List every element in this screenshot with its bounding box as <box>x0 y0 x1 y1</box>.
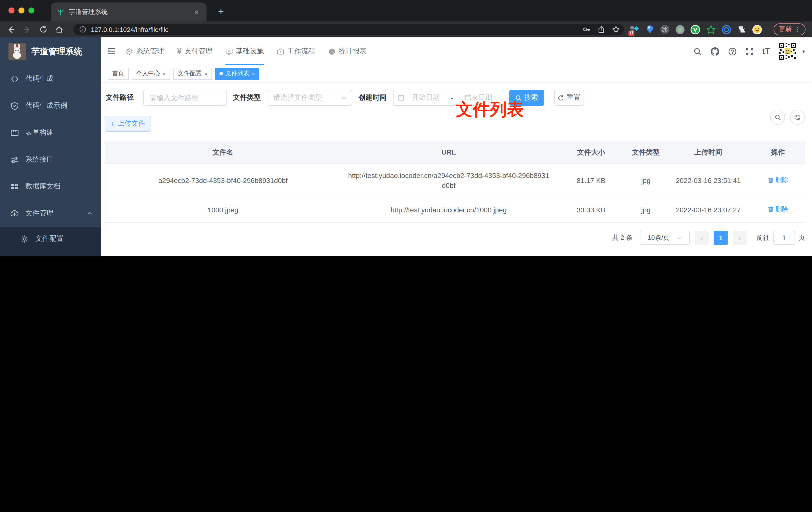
fullscreen-icon[interactable] <box>746 47 754 56</box>
yen-icon: ¥ <box>177 47 181 56</box>
plus-icon: + <box>111 119 115 128</box>
browser-update-button[interactable]: 更新 ⋮ <box>774 24 806 35</box>
screen: 芋道管理系统 × + 127.0.0.1:1024/infra/file/fil… <box>0 0 812 256</box>
page-unit-label: 页 <box>799 233 805 242</box>
next-page-button[interactable]: › <box>733 231 747 245</box>
goto-page-input[interactable] <box>773 231 795 245</box>
browser-toolbar: 127.0.0.1:1024/infra/file/file 11 ⌘ <box>0 22 812 37</box>
create-time-label: 创建时间 <box>358 93 386 102</box>
sidebar-item-file-config[interactable]: 文件配置 <box>0 227 101 251</box>
delete-button[interactable]: 删除 <box>767 175 788 185</box>
reload-icon[interactable] <box>39 25 48 33</box>
extensions-puzzle-icon[interactable] <box>737 24 747 34</box>
cell-time: 2022-03-16 23:51:41 <box>666 169 751 192</box>
reset-label: 重置 <box>567 93 581 102</box>
tag-profile[interactable]: 个人中心 × <box>132 67 170 80</box>
sidebar-item-code-generation[interactable]: 代码生成 <box>0 65 101 92</box>
chevron-down-icon <box>676 235 682 241</box>
page-1-button[interactable]: 1 <box>714 231 728 245</box>
sidebar: 芋道管理系统 代码生成 代码生成示例 表单构建 系统接口 数据库文档 <box>0 37 101 256</box>
nav-item-reports[interactable]: 统计报表 <box>328 37 367 65</box>
gear-icon <box>20 234 29 243</box>
browser-tab[interactable]: 芋道管理系统 × <box>51 2 206 22</box>
extension-eye-icon[interactable] <box>721 24 731 34</box>
close-window-button[interactable] <box>8 7 14 13</box>
github-icon[interactable] <box>710 47 720 56</box>
nav-item-workflow[interactable]: 工作流程 <box>277 37 315 65</box>
address-bar[interactable]: 127.0.0.1:1024/infra/file/file <box>73 24 624 35</box>
font-size-icon[interactable]: tT <box>762 47 770 56</box>
file-path-input[interactable] <box>143 90 227 106</box>
help-icon[interactable] <box>728 47 737 56</box>
cell-size: 33.33 KB <box>556 198 626 221</box>
sidebar-fold-icon[interactable] <box>107 48 116 55</box>
nav-item-infrastructure[interactable]: 基础设施 <box>226 37 264 65</box>
page-size-value: 10条/页 <box>648 233 670 242</box>
delete-button[interactable]: 删除 <box>767 204 788 214</box>
extension-command-icon[interactable]: ⌘ <box>660 25 669 34</box>
tag-close-icon[interactable]: × <box>204 70 207 77</box>
browser-tabstrip: 芋道管理系统 × + <box>0 0 812 22</box>
sidebar-item-db-doc[interactable]: 数据库文档 <box>0 173 101 200</box>
sidebar-item-code-demo[interactable]: 代码生成示例 <box>0 92 101 119</box>
nav-item-payment[interactable]: ¥ 支付管理 <box>177 37 212 65</box>
file-type-select[interactable]: 请选择文件类型 <box>268 90 352 106</box>
refresh-table-button[interactable] <box>790 110 805 125</box>
back-icon[interactable] <box>6 25 15 34</box>
tag-close-icon[interactable]: × <box>252 70 255 77</box>
page-size-select[interactable]: 10条/页 <box>640 231 690 245</box>
nav-item-system[interactable]: 系统管理 <box>126 37 164 65</box>
col-header-type: 文件类型 <box>626 141 666 163</box>
app-logo[interactable]: 芋道管理系统 <box>0 37 101 65</box>
zoom-window-button[interactable] <box>28 7 34 13</box>
reset-button[interactable]: 重置 <box>554 90 584 106</box>
extension-star-icon[interactable] <box>706 24 716 34</box>
sidebar-item-system-api[interactable]: 系统接口 <box>0 146 101 173</box>
sidebar-item-file-management[interactable]: 文件管理 <box>0 200 101 227</box>
extension-grey-dot-icon[interactable] <box>675 24 685 34</box>
tag-label: 首页 <box>112 69 124 78</box>
top-nav: 系统管理 ¥ 支付管理 基础设施 工作流程 <box>126 37 367 65</box>
table-tools <box>770 110 805 125</box>
password-key-icon[interactable] <box>583 25 590 33</box>
code-icon <box>10 74 19 83</box>
window-controls <box>8 7 34 13</box>
tag-file-list[interactable]: 文件列表 × <box>215 67 260 80</box>
browser-menu-icon[interactable]: ⋮ <box>794 26 800 33</box>
tag-home[interactable]: 首页 <box>108 67 129 80</box>
bookmark-star-icon[interactable] <box>612 25 620 33</box>
tab-close-icon[interactable]: × <box>193 8 201 16</box>
upload-file-button[interactable]: + 上传文件 <box>105 116 151 131</box>
hide-search-button[interactable] <box>770 110 785 125</box>
select-placeholder: 请选择文件类型 <box>273 93 322 102</box>
sidebar-submenu-file: 文件配置 文件列表 <box>0 227 101 256</box>
forward-icon[interactable] <box>23 25 31 34</box>
avatar[interactable] <box>778 42 797 61</box>
prev-page-button[interactable]: ‹ <box>695 231 709 245</box>
home-icon[interactable] <box>55 25 63 34</box>
chevron-down-icon <box>341 95 347 100</box>
tag-label: 文件配置 <box>178 69 202 78</box>
extension-balloon-icon[interactable] <box>645 24 655 34</box>
sidebar-item-file-list[interactable]: 文件列表 <box>0 251 101 256</box>
site-info-icon[interactable] <box>79 26 86 33</box>
app-window: 芋道管理系统 代码生成 代码生成示例 表单构建 系统接口 数据库文档 <box>0 37 812 256</box>
tag-file-config[interactable]: 文件配置 × <box>173 67 212 80</box>
extension-v-icon[interactable] <box>690 24 700 34</box>
minimize-window-button[interactable] <box>19 7 24 13</box>
collapse-up-icon <box>87 210 93 216</box>
extension-tabs-icon[interactable]: 11 <box>630 24 639 34</box>
share-icon[interactable] <box>598 25 605 33</box>
extension-emoji-icon[interactable] <box>752 24 762 34</box>
avatar-caret-icon[interactable]: ▾ <box>802 48 805 55</box>
delete-label: 删除 <box>775 175 788 185</box>
site-favicon <box>57 8 64 16</box>
tag-close-icon[interactable]: × <box>163 70 166 77</box>
table-toolbar: + 上传文件 <box>105 116 805 131</box>
new-tab-button[interactable]: + <box>214 5 227 18</box>
cell-filename: a294ecb2-73dd-4353-bf40-296b8931d0bf <box>105 169 341 192</box>
search-icon[interactable] <box>694 47 702 56</box>
sidebar-item-form-builder[interactable]: 表单构建 <box>0 119 101 146</box>
form-table-icon <box>10 128 19 137</box>
start-date-placeholder: 开始日期 <box>405 93 447 102</box>
